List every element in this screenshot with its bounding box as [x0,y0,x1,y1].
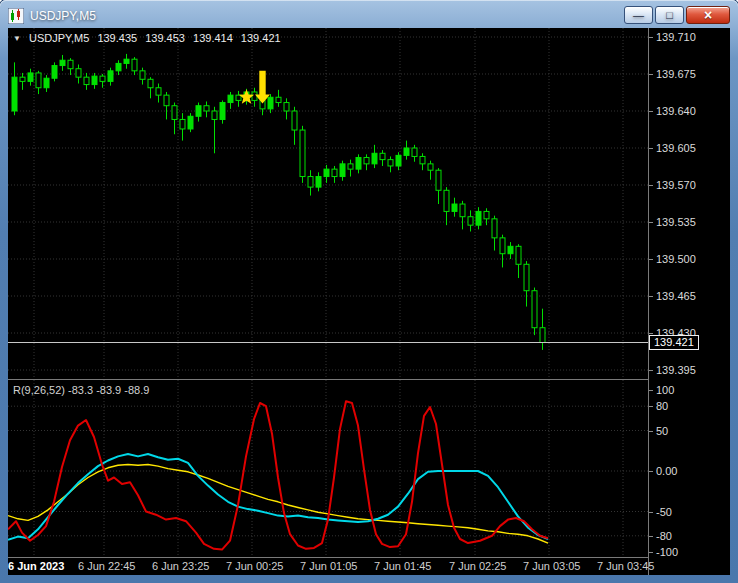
candle-body [532,291,537,328]
candle-body [124,59,129,63]
time-tick-label: 6 Jun 2023 [8,560,64,572]
candle-body [228,95,233,102]
axis-tick-label: 139.500 [656,253,696,265]
time-axis[interactable]: 6 Jun 20236 Jun 22:456 Jun 23:257 Jun 00… [8,558,730,575]
candle-body [188,116,193,129]
time-tick-label: 7 Jun 01:45 [374,560,432,572]
candle-body [156,88,161,95]
candle-body [396,155,401,166]
candle-body [308,177,313,188]
candle-body [300,130,305,177]
candle-body [356,158,361,170]
candle-body [324,169,329,176]
candle-body [172,106,177,120]
close-button[interactable]: × [686,6,730,24]
candle-body [476,211,481,225]
candle-body [452,204,457,211]
candle-body [204,106,209,111]
candle-body [428,164,433,170]
candle-body [540,328,545,343]
candle-body [212,111,217,119]
candle-body [388,160,393,166]
time-tick-label: 7 Jun 03:05 [523,560,581,572]
axis-tick-label: -100 [656,546,678,558]
candle-body [180,119,185,129]
window-title: USDJPY,M5 [30,9,96,23]
axis-tick-label: 80 [656,400,668,412]
bid-price-box: 139.421 [649,335,699,350]
indicator-chart[interactable] [8,380,648,557]
quote-open: 139.435 [97,32,137,44]
mt4-chart-window: USDJPY,M5 — □ × ▼ USDJPY,M5 139.435 139.… [0,0,738,583]
candle-body [20,77,25,81]
chart-client-area: ▼ USDJPY,M5 139.435 139.453 139.414 139.… [8,28,730,575]
axis-tick-label: 139.605 [656,142,696,154]
time-tick-label: 7 Jun 02:25 [449,560,507,572]
candle-body [436,170,441,190]
candle-body [148,79,153,87]
candle-body [108,71,113,82]
candle-body [36,73,41,88]
axis-tick-label: -80 [656,530,672,542]
candle-body [84,77,89,84]
main-price-chart[interactable] [8,28,648,379]
axis-tick-label: 139.395 [656,364,696,376]
candle-body [340,164,345,177]
candle-body [372,153,377,164]
candle-body [500,238,505,254]
axis-tick-label: 139.675 [656,68,696,80]
time-tick-label: 6 Jun 23:25 [152,560,210,572]
axis-tick-label: 0.00 [656,465,677,477]
symbol-dropdown-icon[interactable]: ▼ [13,34,21,43]
candle-body [284,103,289,111]
close-icon: × [704,8,712,22]
candle-body [508,246,513,253]
candle-body [12,77,17,111]
axis-tick-label: 100 [656,384,674,396]
candle-body [164,95,169,106]
axis-tick-label: 139.710 [656,31,696,43]
candle-body [316,177,321,188]
candle-body [420,156,425,163]
window-titlebar[interactable]: USDJPY,M5 — □ × [8,3,730,28]
quote-symbol: USDJPY,M5 [29,32,89,44]
candle-body [276,97,281,102]
candle-body [252,92,257,100]
chart-window-icon [8,8,24,24]
candle-body [348,164,353,169]
candle-body [196,106,201,117]
candle-body [60,60,65,65]
quote-close: 139.421 [241,32,281,44]
axis-tick-label: 139.640 [656,105,696,117]
indicator-label: R(9,26,52) -83.3 -83.9 -88.9 [13,384,149,396]
price-axis[interactable]: 139.710139.675139.640139.605139.570139.5… [649,28,730,575]
candle-body [268,97,273,109]
candle-body [364,158,369,164]
axis-tick-label: 139.570 [656,179,696,191]
candle-body [100,76,105,81]
candle-body [92,76,97,84]
candle-body [380,153,385,159]
axis-tick-label: 139.535 [656,216,696,228]
candle-body [236,95,241,100]
candle-body [116,63,121,70]
candle-body [76,69,81,77]
maximize-button[interactable]: □ [655,6,684,24]
candle-body [412,148,417,156]
candle-body [484,211,489,218]
candle-body [492,219,497,238]
time-tick-label: 7 Jun 03:45 [597,560,655,572]
axis-tick-label: 50 [656,425,668,437]
candle-body [52,66,57,79]
candle-body [28,73,33,81]
candle-body [44,78,49,88]
candle-body [132,59,137,71]
candle-body [468,217,473,225]
minimize-button[interactable]: — [624,6,653,24]
candle-body [460,204,465,217]
candle-body [292,111,297,130]
candle-body [140,71,145,79]
candle-body [516,246,521,264]
minimize-icon: — [633,10,644,21]
time-tick-label: 6 Jun 22:45 [78,560,136,572]
